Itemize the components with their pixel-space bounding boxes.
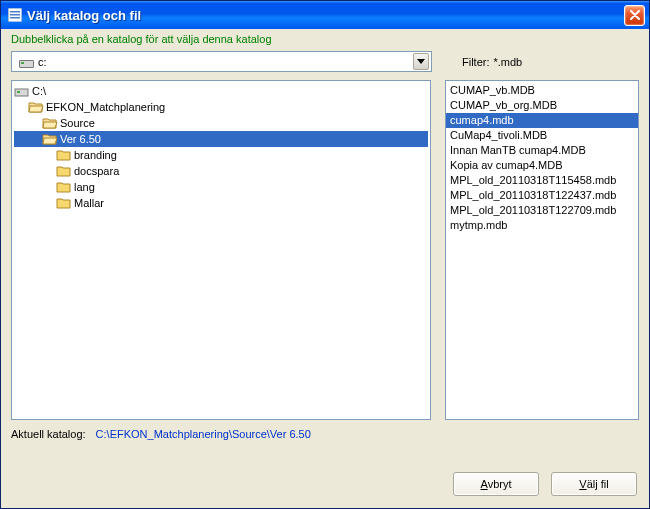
window-title: Välj katalog och fil (27, 8, 624, 23)
tree-item[interactable]: Source (14, 115, 428, 131)
folder-closed-icon (56, 196, 72, 210)
file-item[interactable]: MPL_old_20110318T115458.mdb (446, 173, 638, 188)
drive-row: c: Filter: *.mdb (11, 51, 639, 72)
file-item[interactable]: cumap4.mdb (446, 113, 638, 128)
drive-select-value: c: (14, 56, 413, 68)
folder-closed-icon (56, 164, 72, 178)
folder-open-icon (42, 132, 58, 146)
file-item[interactable]: MPL_old_20110318T122709.mdb (446, 203, 638, 218)
tree-item-label: Mallar (74, 195, 104, 211)
tree-item-label: EFKON_Matchplanering (46, 99, 165, 115)
tree-item-label: lang (74, 179, 95, 195)
file-item[interactable]: Innan ManTB cumap4.MDB (446, 143, 638, 158)
filter-area: Filter: *.mdb (462, 56, 522, 68)
drive-dropdown-button[interactable] (413, 53, 429, 70)
folder-open-icon (42, 116, 58, 130)
svg-rect-2 (10, 14, 20, 16)
hint-text: Dubbelklicka på en katalog för att välja… (11, 29, 639, 51)
file-list[interactable]: CUMAP_vb.MDBCUMAP_vb_org.MDBcumap4.mdbCu… (445, 80, 639, 420)
button-row: Avbryt Välj fil (11, 452, 639, 502)
file-item[interactable]: mytmp.mdb (446, 218, 638, 233)
chevron-down-icon (417, 59, 425, 65)
filter-value: *.mdb (494, 56, 523, 68)
tree-item[interactable]: docspara (14, 163, 428, 179)
tree-item[interactable]: Mallar (14, 195, 428, 211)
file-item[interactable]: CUMAP_vb_org.MDB (446, 98, 638, 113)
cancel-button[interactable]: Avbryt (453, 472, 539, 496)
folder-open-icon (28, 100, 44, 114)
svg-rect-5 (17, 91, 20, 93)
file-item[interactable]: MPL_old_20110318T122437.mdb (446, 188, 638, 203)
svg-rect-4 (15, 89, 28, 96)
drive-root-icon (14, 84, 30, 98)
ok-button-label: Välj fil (579, 478, 608, 490)
filter-label: Filter: (462, 56, 490, 68)
panes: C:\EFKON_MatchplaneringSourceVer 6.50bra… (11, 80, 639, 420)
file-item[interactable]: CuMap4_tivoli.MDB (446, 128, 638, 143)
tree-item-label: branding (74, 147, 117, 163)
drive-label: c: (38, 56, 47, 68)
folder-closed-icon (56, 148, 72, 162)
ok-button[interactable]: Välj fil (551, 472, 637, 496)
tree-item[interactable]: lang (14, 179, 428, 195)
close-button[interactable] (624, 5, 645, 26)
current-path-value: C:\EFKON_Matchplanering\Source\Ver 6.50 (96, 428, 311, 440)
tree-item-label: docspara (74, 163, 119, 179)
folder-tree[interactable]: C:\EFKON_MatchplaneringSourceVer 6.50bra… (11, 80, 431, 420)
drive-select[interactable]: c: (11, 51, 432, 72)
cancel-button-label: Avbryt (481, 478, 512, 490)
svg-rect-1 (10, 11, 20, 13)
tree-item[interactable]: Ver 6.50 (14, 131, 428, 147)
tree-item[interactable]: EFKON_Matchplanering (14, 99, 428, 115)
file-item[interactable]: Kopia av cumap4.MDB (446, 158, 638, 173)
tree-item[interactable]: C:\ (14, 83, 428, 99)
current-path-row: Aktuell katalog: C:\EFKON_Matchplanering… (11, 420, 639, 452)
svg-rect-3 (10, 17, 20, 19)
folder-closed-icon (56, 180, 72, 194)
titlebar: Välj katalog och fil (1, 1, 649, 29)
close-icon (629, 10, 641, 20)
file-item[interactable]: CUMAP_vb.MDB (446, 83, 638, 98)
app-icon (7, 7, 23, 23)
current-path-label: Aktuell katalog: (11, 428, 86, 440)
tree-item-label: Source (60, 115, 95, 131)
tree-item[interactable]: branding (14, 147, 428, 163)
tree-item-label: C:\ (32, 83, 46, 99)
dialog-window: Välj katalog och fil Dubbelklicka på en … (0, 0, 650, 509)
tree-item-label: Ver 6.50 (60, 131, 101, 147)
drive-icon (18, 56, 34, 68)
client-area: Dubbelklicka på en katalog för att välja… (1, 29, 649, 508)
